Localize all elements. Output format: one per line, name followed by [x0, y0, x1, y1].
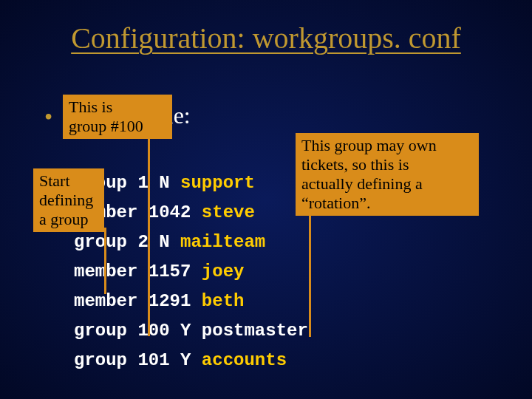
- bullet-icon: •: [44, 103, 52, 131]
- code-line-3: group 2 N mailteam: [74, 232, 265, 252]
- code-line-4: member 1157 joey: [74, 262, 244, 282]
- connector-line: [148, 137, 150, 336]
- callout-line: This is: [69, 98, 166, 117]
- callout-line: actually defining a: [301, 174, 473, 194]
- callout-line: “rotation”.: [301, 194, 473, 213]
- code-line-7: group 101 Y accounts: [74, 350, 287, 370]
- callout-line: defining: [39, 191, 98, 210]
- code-line-5: member 1291 beth: [74, 291, 244, 311]
- connector-line: [309, 204, 311, 337]
- callout-group-100: This is group #100: [63, 95, 172, 139]
- callout-rotation: This group may own tickets, so this is a…: [296, 133, 479, 216]
- code-block: group 1 N support member 1042 steve grou…: [74, 139, 308, 375]
- callout-line: tickets, so this is: [301, 155, 473, 174]
- connector-line: [104, 228, 106, 294]
- callout-line: This group may own: [301, 136, 473, 155]
- callout-line: Start: [39, 171, 98, 191]
- slide-title: Configuration: workgroups. conf: [0, 0, 532, 55]
- callout-line: a group: [39, 210, 98, 229]
- callout-line: group #100: [69, 117, 166, 136]
- code-line-6: group 100 Y postmaster: [74, 321, 308, 341]
- callout-start-defining: Start defining a group: [33, 168, 104, 232]
